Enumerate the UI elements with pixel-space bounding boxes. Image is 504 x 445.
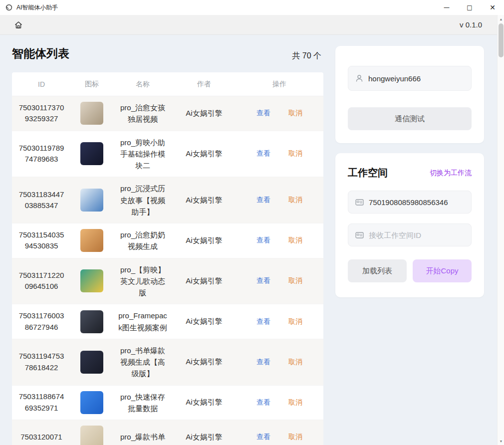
- header-name: 名称: [113, 80, 173, 89]
- row-author: Ai女娲引擎: [186, 196, 222, 205]
- header-icon: 图标: [71, 80, 113, 89]
- cancel-link[interactable]: 取消: [288, 236, 302, 245]
- row-author: Ai女娲引擎: [186, 236, 222, 245]
- agent-thumbnail-image: [80, 391, 103, 414]
- cancel-link[interactable]: 取消: [288, 358, 302, 367]
- agent-thumbnail-image: [80, 102, 103, 125]
- person-icon: [355, 74, 363, 82]
- cancel-link[interactable]: 取消: [288, 317, 302, 326]
- view-link[interactable]: 查看: [256, 317, 270, 326]
- table-row: 7503115403594530835 pro_治愈奶奶视频生成 Ai女娲引擎 …: [12, 223, 323, 258]
- row-name: pro_书单爆款视频生成【高级版】: [118, 345, 168, 380]
- row-id: 7503011737093259327: [18, 102, 64, 125]
- view-link[interactable]: 查看: [256, 358, 270, 367]
- table-row: 7503117122009645106 pro_【剪映】英文儿歌动态版 Ai女娲…: [12, 258, 323, 305]
- row-author: Ai女娲引擎: [186, 317, 222, 326]
- table-row: 7503011978974789683 pro_剪映小助手基础操作模块二 Ai女…: [12, 131, 323, 178]
- row-author: Ai女娲引擎: [186, 109, 222, 118]
- version-label: v 0.1.0: [460, 20, 482, 29]
- maximize-button[interactable]: □: [458, 0, 481, 15]
- switch-workflow-link[interactable]: 切换为工作流: [430, 169, 472, 178]
- workspace-card: 工作空间 切换为工作流: [335, 153, 484, 297]
- agent-thumbnail-image: [80, 229, 103, 252]
- view-link[interactable]: 查看: [256, 236, 270, 245]
- titlebar: AI智能体小助手 — □ ✕: [0, 0, 504, 15]
- idcard-icon: [355, 199, 364, 206]
- agent-table: ID 图标 名称 作者 操作 7503011737093259327 pro_治…: [12, 72, 323, 445]
- home-icon[interactable]: [13, 19, 24, 30]
- row-name: pro_治愈女孩独居视频: [118, 102, 168, 125]
- idcard-icon: [355, 231, 364, 239]
- row-name: pro_沉浸式历史故事【视频助手】: [118, 183, 168, 218]
- row-name: pro_快速保存批量数据: [118, 391, 168, 415]
- agent-list-section: 智能体列表 共 70 个 ID 图标 名称 作者 操作 750301173709…: [12, 46, 323, 445]
- workspace-id-input[interactable]: [369, 198, 468, 207]
- row-id: 7503119475378618422: [18, 351, 64, 373]
- row-author: Ai女娲引擎: [186, 276, 222, 286]
- table-body: 7503011737093259327 pro_治愈女孩独居视频 Ai女娲引擎 …: [12, 96, 323, 445]
- view-link[interactable]: 查看: [256, 433, 270, 442]
- window-controls: — □ ✕: [435, 0, 504, 15]
- cancel-link[interactable]: 取消: [288, 109, 302, 118]
- cancel-link[interactable]: 取消: [288, 276, 302, 285]
- cancel-link[interactable]: 取消: [288, 398, 302, 407]
- scrollbar-down-icon[interactable]: ▼: [498, 437, 504, 445]
- agent-thumbnail-image: [80, 189, 103, 212]
- row-name: pro_【剪映】英文儿歌动态版: [118, 264, 168, 299]
- view-link[interactable]: 查看: [256, 196, 270, 205]
- row-author: Ai女娲引擎: [186, 357, 222, 367]
- workspace-header: 工作空间 切换为工作流: [348, 166, 472, 180]
- header-actions: 操作: [236, 80, 323, 89]
- row-name: pro_Framepack图生视频案例: [118, 310, 168, 333]
- scrollbar-thumb[interactable]: [499, 23, 504, 57]
- table-row: 7503118867469352971 pro_快速保存批量数据 Ai女娲引擎 …: [12, 386, 323, 421]
- table-row: 7503120071 pro_爆款书单 Ai女娲引擎 查看 取消: [12, 420, 323, 445]
- table-row: 7503117600386727946 pro_Framepack图生视频案例 …: [12, 304, 323, 339]
- table-row: 7503118344703885347 pro_沉浸式历史故事【视频助手】 Ai…: [12, 177, 323, 223]
- page-title: 智能体列表: [12, 46, 69, 61]
- row-id: 7503117122009645106: [18, 270, 64, 292]
- workspace-buttons: 加载列表 开始Copy: [348, 259, 472, 282]
- row-name: pro_爆款书单: [118, 431, 168, 443]
- minimize-button[interactable]: —: [435, 0, 458, 15]
- scrollbar[interactable]: ▲ ▼: [497, 15, 504, 445]
- agent-thumbnail-image: [80, 269, 103, 292]
- start-copy-button[interactable]: 开始Copy: [413, 259, 472, 282]
- cancel-link[interactable]: 取消: [288, 433, 302, 442]
- account-card: 通信测试: [335, 46, 484, 143]
- comm-test-button[interactable]: 通信测试: [348, 107, 472, 130]
- row-id: 7503118867469352971: [18, 391, 64, 414]
- cancel-link[interactable]: 取消: [288, 196, 302, 205]
- row-name: pro_剪映小助手基础操作模块二: [118, 137, 168, 172]
- sidebar: 通信测试 工作空间 切换为工作流: [335, 46, 484, 445]
- view-link[interactable]: 查看: [256, 276, 270, 285]
- view-link[interactable]: 查看: [256, 109, 270, 118]
- table-row: 7503011737093259327 pro_治愈女孩独居视频 Ai女娲引擎 …: [12, 96, 323, 131]
- view-link[interactable]: 查看: [256, 149, 270, 158]
- table-row: 7503119475378618422 pro_书单爆款视频生成【高级版】 Ai…: [12, 339, 323, 386]
- receive-workspace-id-input[interactable]: [369, 231, 468, 239]
- row-author: Ai女娲引擎: [186, 149, 222, 159]
- username-field-wrap: [348, 66, 472, 91]
- row-id: 7503120071: [18, 432, 64, 443]
- close-button[interactable]: ✕: [481, 0, 504, 15]
- row-id: 7503117600386727946: [18, 310, 64, 333]
- header-author: 作者: [173, 80, 236, 89]
- scrollbar-up-icon[interactable]: ▲: [498, 15, 504, 23]
- window-title: AI智能体小助手: [16, 3, 58, 12]
- row-name: pro_治愈奶奶视频生成: [118, 229, 168, 252]
- cancel-link[interactable]: 取消: [288, 149, 302, 158]
- row-id: 7503115403594530835: [18, 229, 64, 252]
- app-logo-icon: [5, 3, 13, 11]
- agent-thumbnail-image: [80, 310, 103, 333]
- workspace-title: 工作空间: [348, 166, 388, 180]
- receive-id-field-wrap: [348, 223, 472, 246]
- load-list-button[interactable]: 加载列表: [348, 259, 407, 282]
- agent-thumbnail-image: [80, 426, 103, 445]
- agent-thumbnail-image: [80, 142, 103, 165]
- username-input[interactable]: [368, 74, 468, 83]
- row-author: Ai女娲引擎: [186, 398, 222, 407]
- row-author: Ai女娲引擎: [186, 433, 222, 442]
- view-link[interactable]: 查看: [256, 398, 270, 407]
- agent-thumbnail-image: [80, 351, 103, 374]
